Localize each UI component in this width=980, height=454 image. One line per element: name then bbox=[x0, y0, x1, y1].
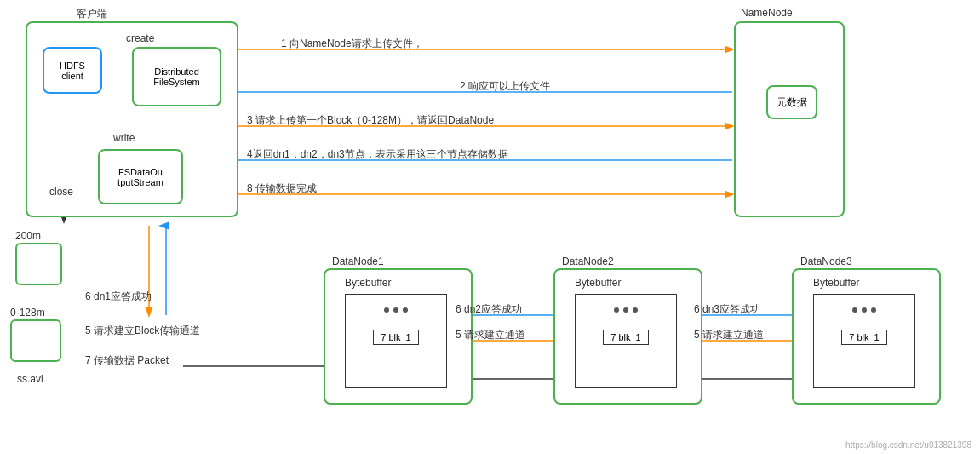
dot8 bbox=[862, 307, 867, 313]
dot9 bbox=[871, 307, 876, 313]
dot1 bbox=[384, 307, 389, 313]
bytebuffer2-label: Bytebuffer bbox=[575, 277, 621, 289]
create-label: create bbox=[126, 32, 154, 44]
cylinder-0128 bbox=[10, 319, 61, 362]
dot6 bbox=[633, 307, 638, 313]
metadata-box: 元数据 bbox=[766, 85, 817, 119]
arrow5dn3-label: 5 请求建立通道 bbox=[694, 328, 764, 342]
client-label: 客户端 bbox=[77, 7, 107, 21]
close-label: close bbox=[49, 186, 73, 198]
arrow2-label: 2 响应可以上传文件 bbox=[460, 79, 550, 94]
hdfs-client-box: HDFS client bbox=[43, 47, 102, 94]
ssavi-label: ss.avi bbox=[17, 373, 43, 385]
arrow7-label: 7 传输数据 Packet bbox=[85, 353, 169, 368]
dot4 bbox=[614, 307, 619, 313]
distributed-fs-box: Distributed FileSystem bbox=[132, 47, 221, 106]
arrow8-label: 8 传输数据完成 bbox=[247, 181, 317, 196]
size200m-label: 200m bbox=[15, 230, 41, 242]
arrow3-label: 3 请求上传第一个Block（0-128M），请返回DataNode bbox=[247, 113, 494, 128]
bytebuffer3-label: Bytebuffer bbox=[813, 277, 859, 289]
size0128-label: 0-128m bbox=[10, 307, 45, 319]
arrow6dn1-label: 6 dn1应答成功 bbox=[85, 290, 152, 304]
diagram-container: 客户端 NameNode HDFS client Distributed Fil… bbox=[0, 0, 980, 454]
dot2 bbox=[393, 307, 398, 313]
bytebuffer2-box: 7 blk_1 bbox=[575, 294, 677, 388]
bytebuffer1-box: 7 blk_1 bbox=[345, 294, 447, 388]
blk1-label3: 7 blk_1 bbox=[841, 330, 886, 345]
bytebuffer3-box: 7 blk_1 bbox=[813, 294, 915, 388]
arrow6dn3-label: 6 dn3应答成功 bbox=[694, 302, 760, 317]
arrow5req-label: 5 请求建立Block传输通道 bbox=[85, 324, 200, 338]
arrow5dn2-label: 5 请求建立通道 bbox=[456, 328, 525, 342]
cylinder-200m bbox=[15, 243, 62, 285]
dot5 bbox=[623, 307, 628, 313]
dot3 bbox=[403, 307, 408, 313]
bytebuffer1-label: Bytebuffer bbox=[345, 277, 391, 289]
arrow6dn2-label: 6 dn2应答成功 bbox=[456, 302, 522, 317]
blk1-label2: 7 blk_1 bbox=[603, 330, 648, 345]
arrow4-label: 4返回dn1，dn2，dn3节点，表示采用这三个节点存储数据 bbox=[247, 147, 508, 162]
write-label: write bbox=[113, 132, 135, 144]
namenode-box bbox=[734, 21, 845, 217]
dot7 bbox=[852, 307, 857, 313]
blk1-label: 7 blk_1 bbox=[373, 330, 418, 345]
datanode3-label: DataNode3 bbox=[800, 256, 852, 267]
datanode1-label: DataNode1 bbox=[332, 256, 384, 267]
datanode2-label: DataNode2 bbox=[562, 256, 614, 267]
fsdataoutputstream-box: FSDataOu tputStream bbox=[98, 149, 183, 204]
watermark: https://blog.csdn.net/u013821398 bbox=[845, 440, 971, 450]
namenode-label: NameNode bbox=[741, 7, 793, 19]
arrow1-label: 1 向NameNode请求上传文件， bbox=[281, 37, 423, 51]
